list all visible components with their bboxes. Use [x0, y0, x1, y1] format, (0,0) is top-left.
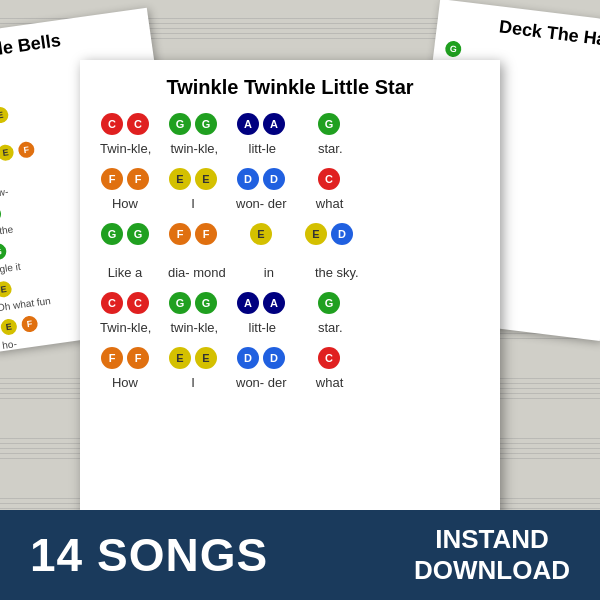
- note-group-ed1: E D: [304, 223, 354, 247]
- note-row-4: C C G G A A: [100, 292, 480, 316]
- note-E-4: E: [0, 144, 15, 162]
- dots-d1: D D: [237, 168, 285, 190]
- lyric-twinkle2: twin-kle,: [169, 141, 219, 156]
- main-container: Jingle Bells E bells. E E Jingle D E F C…: [0, 0, 600, 600]
- lyric-row-2: How I won- der what: [100, 196, 480, 211]
- note-group-g3: G: [304, 113, 354, 137]
- dots-e3: E: [250, 223, 272, 245]
- dot-D6: D: [263, 347, 285, 369]
- dot-C1: C: [101, 113, 123, 135]
- note-group-g1: G G: [168, 113, 218, 137]
- note-group-e5: E E: [168, 347, 218, 371]
- banner-download-line1: INSTAND: [435, 524, 549, 554]
- dot-G7: G: [195, 292, 217, 314]
- dot-E6: E: [195, 347, 217, 369]
- lyric-what2: what: [305, 375, 355, 390]
- dots-g8: G: [318, 292, 340, 314]
- dot-G6: G: [169, 292, 191, 314]
- note-E-6: E: [0, 318, 18, 336]
- note-group-f3: F F: [168, 223, 218, 247]
- note-G-2: G: [0, 243, 7, 261]
- note-row-2: F F E E D D C: [100, 168, 480, 192]
- note-group-g8: G: [304, 292, 354, 316]
- dot-G2: G: [195, 113, 217, 135]
- note-group-c3: C: [304, 168, 354, 192]
- lyric-like: Like a: [100, 265, 150, 280]
- dots-ed1: E D: [305, 223, 353, 245]
- note-group-c1: C C: [100, 113, 150, 137]
- lyric-how: How: [100, 196, 150, 211]
- note-row-5: F F E E D D: [100, 347, 480, 371]
- lyric-wonder2: won- der: [236, 375, 287, 390]
- note-F-2: F: [21, 315, 39, 333]
- dots-a3: A A: [237, 292, 285, 314]
- note-G-r1: G: [444, 40, 462, 58]
- note-F-1: F: [17, 141, 35, 159]
- dots-e1: E E: [169, 168, 217, 190]
- dot-F2: F: [127, 168, 149, 190]
- dot-F5: F: [101, 347, 123, 369]
- note-group-c6: C: [304, 347, 354, 371]
- note-group-d1: D D: [236, 168, 286, 192]
- dots-e5: E E: [169, 347, 217, 369]
- dot-F6: F: [127, 347, 149, 369]
- lyric-what1: what: [305, 196, 355, 211]
- like-a-section: Like a dia- mond in the sky. C C G G: [100, 265, 480, 390]
- lyric-row-3: Twin-kle, twin-kle, litt-le star.: [100, 320, 480, 335]
- lyric-in: in: [244, 265, 294, 280]
- dots-c1: C C: [101, 113, 149, 135]
- note-row-3: G G F F E E D: [100, 223, 480, 247]
- lyric-twinkle1: Twin-kle,: [100, 141, 151, 156]
- lyric-twinkle3: Twin-kle,: [100, 320, 151, 335]
- dot-G3: G: [318, 113, 340, 135]
- twinkle-title: Twinkle Twinkle Little Star: [100, 76, 480, 99]
- note-E-3: E: [0, 106, 9, 124]
- dot-D1: D: [237, 168, 259, 190]
- dots-g3: G: [318, 113, 340, 135]
- dot-C2: C: [127, 113, 149, 135]
- dot-G1: G: [169, 113, 191, 135]
- dots-c3: C: [318, 168, 340, 190]
- note-group-e1: E E: [168, 168, 218, 192]
- lyric-how2: How: [100, 375, 150, 390]
- dots-g6: G G: [169, 292, 217, 314]
- dot-F1: F: [101, 168, 123, 190]
- dot-G4: G: [101, 223, 123, 245]
- note-G-1: G: [0, 205, 2, 223]
- note-group-g6: G G: [168, 292, 218, 316]
- dot-E4: E: [305, 223, 327, 245]
- dot-E2: E: [195, 168, 217, 190]
- dot-A3: A: [237, 292, 259, 314]
- dots-a1: A A: [237, 113, 285, 135]
- dot-D5: D: [237, 347, 259, 369]
- dot-E5: E: [169, 347, 191, 369]
- note-row-1: C C G G A A G: [100, 113, 480, 137]
- lyric-star2: star.: [305, 320, 355, 335]
- lyric-i: I: [168, 196, 218, 211]
- banner-download-line2: DOWNLOAD: [414, 555, 570, 585]
- dots-f1: F F: [101, 168, 149, 190]
- lyric-diamond: dia- mond: [168, 265, 226, 280]
- dot-A2: A: [263, 113, 285, 135]
- dots-d5: D D: [237, 347, 285, 369]
- dot-F3: F: [169, 223, 191, 245]
- dot-G8: G: [318, 292, 340, 314]
- dot-C6: C: [318, 347, 340, 369]
- note-group-e3: E: [236, 223, 286, 247]
- lyric-sky: the sky.: [312, 265, 362, 280]
- note-E-5: E: [0, 280, 13, 298]
- lyric-twinkle4: twin-kle,: [169, 320, 219, 335]
- dot-G5: G: [127, 223, 149, 245]
- dot-C4: C: [101, 292, 123, 314]
- dot-A4: A: [263, 292, 285, 314]
- dot-C5: C: [127, 292, 149, 314]
- lyric-little2: litt-le: [237, 320, 287, 335]
- note-group-a1: A A: [236, 113, 286, 137]
- dots-f5: F F: [101, 347, 149, 369]
- note-group-d5: D D: [236, 347, 286, 371]
- note-group-f5: F F: [100, 347, 150, 371]
- lyric-i2: I: [168, 375, 218, 390]
- dots-c6: C: [318, 347, 340, 369]
- banner-songs-text: 14 SONGS: [30, 528, 268, 582]
- note-group-f1: F F: [100, 168, 150, 192]
